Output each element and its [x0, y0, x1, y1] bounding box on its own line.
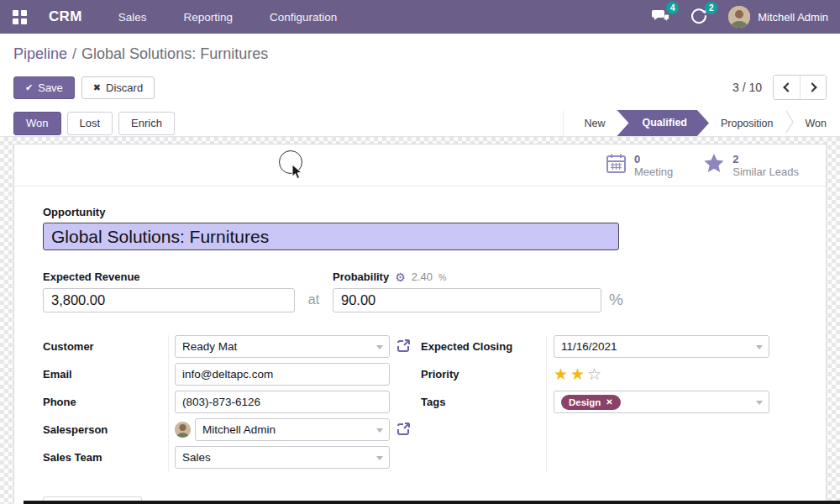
meeting-stat-button[interactable]: 0 Meeting	[591, 144, 688, 186]
phone-row: Phone (803)-873-6126	[43, 391, 390, 413]
user-avatar[interactable]	[728, 6, 750, 28]
chevron-down-icon[interactable]	[376, 456, 383, 464]
menu-configuration[interactable]: Configuration	[270, 11, 337, 24]
star-icon	[703, 153, 725, 177]
enrich-button[interactable]: Enrich	[118, 112, 175, 135]
opportunity-title-block: Opportunity Global Solutions: Furnitures	[43, 206, 797, 250]
pager-previous-button[interactable]	[774, 76, 800, 99]
breadcrumb-current: Global Solutions: Furnitures	[81, 45, 268, 62]
stage-qualified-active[interactable]: Qualified	[617, 110, 708, 136]
breadcrumb: Pipeline/Global Solutions: Furnitures	[13, 45, 827, 64]
expected-closing-label: Expected Closing	[421, 340, 554, 353]
customer-label: Customer	[43, 340, 175, 353]
calendar-icon	[606, 153, 627, 177]
breadcrumb-separator: /	[72, 45, 76, 62]
stage-new[interactable]: New	[574, 118, 615, 129]
tags-input[interactable]: Design ✕	[554, 391, 769, 413]
sales-team-row: Sales Team Sales	[43, 446, 390, 469]
expected-closing-input[interactable]: 11/16/2021	[554, 335, 769, 358]
activities-button[interactable]: 2	[690, 7, 710, 27]
tag-design[interactable]: Design ✕	[561, 395, 621, 410]
chevron-down-icon[interactable]	[756, 401, 763, 408]
meeting-label: Meeting	[634, 165, 673, 178]
stage-proposition[interactable]: Proposition	[711, 118, 784, 129]
customer-row: Customer Ready Mat	[43, 335, 390, 358]
field-grid: Customer Ready Mat	[43, 335, 797, 474]
probability-label: Probability	[333, 270, 389, 283]
crm-app-window: CRM Sales Reporting Configuration 4 2	[0, 0, 840, 504]
auto-probability-value: 2.40	[412, 270, 433, 283]
star-filled-icon[interactable]: ★	[554, 366, 568, 382]
similar-leads-count: 2	[732, 153, 799, 165]
stage-pipeline: New Qualified Proposition Won	[563, 110, 840, 136]
email-field[interactable]: info@deltapc.com	[175, 363, 390, 386]
sales-team-label: Sales Team	[43, 451, 175, 464]
breadcrumb-pipeline-link[interactable]: Pipeline	[13, 45, 67, 62]
salesperson-label: Salesperson	[43, 423, 175, 436]
auto-probability-unit: %	[438, 272, 446, 282]
salesperson-row: Salesperson Mitchell Admin	[43, 418, 390, 441]
activities-count-badge: 2	[705, 2, 717, 14]
at-label: at	[295, 292, 333, 312]
top-navbar: CRM Sales Reporting Configuration 4 2	[0, 0, 840, 34]
customer-input[interactable]: Ready Mat	[175, 335, 390, 358]
menu-sales[interactable]: Sales	[118, 11, 147, 24]
chevron-down-icon[interactable]	[756, 345, 763, 353]
priority-row: Priority ★ ★ ☆	[421, 363, 774, 386]
star-empty-icon[interactable]: ☆	[587, 366, 601, 382]
won-button[interactable]: Won	[13, 112, 61, 135]
messages-button[interactable]: 4	[651, 7, 671, 27]
probability-input[interactable]: 90.00	[333, 288, 601, 312]
phone-field[interactable]: (803)-873-6126	[175, 391, 390, 413]
control-panel: Pipeline/Global Solutions: Furnitures ✔ …	[0, 34, 840, 110]
messages-count-badge: 4	[666, 2, 679, 14]
app-title[interactable]: CRM	[49, 8, 82, 25]
priority-label: Priority	[421, 368, 554, 381]
expected-revenue-input[interactable]: 3,800.00	[43, 288, 295, 312]
close-icon: ✖	[93, 82, 101, 93]
expected-closing-row: Expected Closing 11/16/2021	[421, 335, 774, 358]
stage-won[interactable]: Won	[795, 118, 837, 129]
left-field-group: Customer Ready Mat	[43, 335, 390, 474]
gear-icon[interactable]: ⚙	[395, 270, 406, 284]
star-filled-icon[interactable]: ★	[570, 366, 585, 382]
user-name[interactable]: Mitchell Admin	[758, 11, 828, 24]
sales-team-input[interactable]: Sales	[175, 446, 390, 469]
chevron-left-icon	[783, 82, 792, 92]
opportunity-title-input[interactable]: Global Solutions: Furnitures	[43, 223, 619, 250]
opportunity-label: Opportunity	[43, 206, 797, 218]
statusbar-buttons: Won Lost Enrich	[0, 110, 175, 136]
external-link-icon[interactable]	[396, 422, 411, 440]
control-panel-actions: ✔ Save ✖ Discard 3 / 10	[13, 75, 827, 100]
similar-leads-label: Similar Leads	[732, 165, 799, 178]
form-view-background: 0 Meeting 2 Similar Leads	[0, 137, 840, 504]
screen-bottom-edge	[24, 501, 840, 504]
tags-row: Tags Design ✕	[421, 391, 774, 413]
apps-menu-icon[interactable]	[11, 8, 28, 25]
sheet-body: Opportunity Global Solutions: Furnitures…	[14, 206, 826, 504]
menu-reporting[interactable]: Reporting	[183, 11, 233, 24]
right-field-group: Expected Closing 11/16/2021 Priority	[421, 335, 774, 474]
chevron-right-icon	[807, 82, 816, 92]
email-label: Email	[43, 368, 175, 381]
tag-remove-icon[interactable]: ✕	[606, 397, 612, 407]
statusbar: Won Lost Enrich New Qualified Propositio…	[0, 110, 840, 137]
form-sheet: 0 Meeting 2 Similar Leads	[13, 144, 827, 504]
external-link-icon[interactable]	[396, 339, 411, 357]
salesperson-input[interactable]: Mitchell Admin	[195, 418, 390, 441]
discard-button[interactable]: ✖ Discard	[81, 76, 155, 99]
percent-label: %	[609, 291, 623, 312]
chevron-down-icon[interactable]	[376, 345, 383, 353]
lost-button[interactable]: Lost	[67, 112, 113, 135]
activity-clock-icon	[690, 13, 708, 28]
tags-label: Tags	[421, 396, 554, 408]
save-button[interactable]: ✔ Save	[13, 76, 75, 99]
revenue-row: Expected Revenue 3,800.00 at Probability…	[43, 270, 797, 312]
similar-leads-stat-button[interactable]: 2 Similar Leads	[688, 144, 814, 186]
chat-bubbles-icon	[651, 13, 670, 27]
meeting-count: 0	[634, 153, 673, 165]
priority-stars[interactable]: ★ ★ ☆	[554, 366, 601, 382]
chevron-down-icon[interactable]	[376, 428, 383, 436]
record-pager: 3 / 10	[732, 75, 827, 100]
pager-next-button[interactable]	[800, 76, 826, 99]
